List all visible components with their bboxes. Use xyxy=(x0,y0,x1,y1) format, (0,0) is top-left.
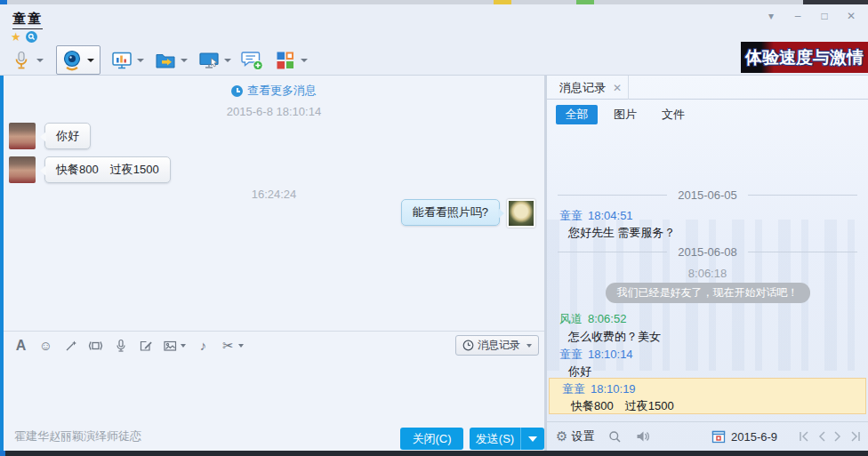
send-image-button[interactable] xyxy=(163,338,178,353)
clipped-bottom-window-strip xyxy=(0,451,868,456)
history-date-separator: 2015-06-08 xyxy=(547,245,868,259)
outgoing-bubble[interactable]: 能看看照片吗? xyxy=(401,199,500,226)
history-panel-tab[interactable]: 消息记录 ✕ xyxy=(547,76,629,100)
favorite-star-icon[interactable]: ★ xyxy=(11,31,21,43)
chat-toolbar xyxy=(0,44,741,76)
composer-toolbar: A ☺ xyxy=(4,331,544,359)
filter-tab-files[interactable]: 文件 xyxy=(657,105,689,124)
voice-call-button[interactable] xyxy=(9,48,44,72)
history-message-text[interactable]: 您好先生 需要服务？ xyxy=(568,225,676,241)
video-call-dropdown[interactable] xyxy=(87,59,94,62)
self-avatar[interactable] xyxy=(507,199,535,228)
history-time-separator: 8:06:18 xyxy=(547,267,868,280)
close-chat-button[interactable]: 关闭(C) xyxy=(400,428,463,450)
remote-desktop-button[interactable] xyxy=(197,48,231,72)
next-page-icon[interactable] xyxy=(833,431,842,442)
history-date-picker[interactable]: 2015-6-9 xyxy=(711,429,777,444)
highlighted-history-entry[interactable]: 童童18:10:19 快餐800 过夜1500 xyxy=(549,378,866,414)
first-page-icon[interactable] xyxy=(799,431,810,442)
screenshot-dropdown[interactable] xyxy=(238,344,244,348)
incoming-message-row: 你好 xyxy=(9,123,91,149)
apps-dropdown[interactable] xyxy=(301,59,308,62)
minimize-button[interactable]: – xyxy=(790,10,806,22)
history-message-text: 快餐800 过夜1500 xyxy=(571,398,674,414)
screenshot-scissors-button[interactable]: ✂ xyxy=(221,338,236,353)
contact-badges: ★ xyxy=(11,31,37,43)
video-call-button[interactable] xyxy=(56,45,100,75)
music-button[interactable]: ♪ xyxy=(196,338,211,353)
history-message-header[interactable]: 风道8:06:52 xyxy=(559,311,626,327)
clock-icon xyxy=(462,340,474,351)
history-button-label: 消息记录 xyxy=(478,338,520,353)
ad-banner[interactable]: 体验速度与激情 xyxy=(741,42,868,73)
settings-label[interactable]: 设置 xyxy=(571,428,594,444)
contact-avatar[interactable] xyxy=(9,123,36,149)
history-message-header[interactable]: 童童18:04:51 xyxy=(559,208,633,224)
speaker-icon[interactable] xyxy=(636,430,650,443)
compose-note-button[interactable] xyxy=(138,338,153,353)
panel-tab-bar: 消息记录 ✕ xyxy=(547,76,868,100)
send-button[interactable]: 发送(S) xyxy=(470,428,520,450)
prev-page-icon[interactable] xyxy=(817,431,826,442)
screen-demo-button[interactable] xyxy=(109,48,144,72)
webcam-icon xyxy=(60,48,84,72)
sender-name: 童童 xyxy=(559,209,583,222)
voice-call-dropdown[interactable] xyxy=(36,59,44,62)
magic-wand-button[interactable] xyxy=(63,338,78,353)
message-plus-icon xyxy=(240,48,264,72)
gear-icon[interactable]: ⚙ xyxy=(556,428,567,444)
history-message-text[interactable]: 怎么收费的？美女 xyxy=(568,329,661,345)
contact-name-title[interactable]: 童童 xyxy=(12,11,43,29)
filter-tab-images[interactable]: 图片 xyxy=(609,105,641,124)
history-date: 2015-06-08 xyxy=(678,245,737,259)
window-shake-button[interactable] xyxy=(88,338,103,353)
history-message-header[interactable]: 童童18:10:14 xyxy=(559,347,633,363)
screen-demo-dropdown[interactable] xyxy=(137,59,144,62)
message-time: 18:10:19 xyxy=(591,382,636,396)
contact-avatar[interactable] xyxy=(9,156,36,183)
qq-level-icon[interactable] xyxy=(26,31,37,43)
history-panel-footer: ⚙ 设置 2015-6-9 xyxy=(547,421,868,451)
screen-chart-icon xyxy=(109,48,133,72)
search-history-icon[interactable] xyxy=(608,430,622,444)
sender-name: 童童 xyxy=(562,382,585,396)
outgoing-message-row: 能看看照片吗? xyxy=(401,199,535,228)
voice-message-button[interactable] xyxy=(113,338,128,353)
incoming-bubble[interactable]: 你好 xyxy=(44,123,91,149)
calendar-icon xyxy=(711,429,726,444)
window-menu-button[interactable]: ▾ xyxy=(763,10,779,22)
load-more-label: 查看更多消息 xyxy=(247,83,317,99)
remote-desktop-dropdown[interactable] xyxy=(224,59,231,62)
history-message-header: 童童18:10:19 xyxy=(562,381,636,397)
message-history-button[interactable]: 消息记录 xyxy=(455,335,539,356)
message-date-header: 2015-6-8 18:10:14 xyxy=(4,105,544,118)
history-date-separator: 2015-06-05 xyxy=(547,188,868,202)
last-page-icon[interactable] xyxy=(849,431,861,442)
panel-close-icon[interactable]: ✕ xyxy=(613,82,622,94)
history-button-dropdown[interactable] xyxy=(526,344,532,348)
sender-name: 童童 xyxy=(559,348,583,361)
create-chat-button[interactable] xyxy=(240,48,264,72)
message-input[interactable] xyxy=(4,360,544,418)
ad-banner-text: 体验速度与激情 xyxy=(745,46,864,69)
history-filters: 全部 图片 文件 xyxy=(547,105,868,126)
close-window-button[interactable]: ✕ xyxy=(843,10,859,22)
chat-message-area: 查看更多消息 2015-6-8 18:10:14 你好 快餐800 过夜1500… xyxy=(4,76,544,451)
file-transfer-button[interactable] xyxy=(153,48,188,72)
load-more-messages-link[interactable]: 查看更多消息 xyxy=(4,83,544,99)
history-entries: 2015-06-05 童童18:04:51 您好先生 需要服务？ 2015-06… xyxy=(547,126,868,393)
remote-desktop-icon xyxy=(197,48,221,72)
apps-grid-icon xyxy=(273,48,297,72)
font-style-button[interactable]: A xyxy=(13,338,28,353)
filter-tab-all[interactable]: 全部 xyxy=(556,105,598,124)
emoticon-button[interactable]: ☺ xyxy=(38,338,53,353)
message-time: 18:04:51 xyxy=(588,209,633,222)
maximize-button[interactable]: □ xyxy=(816,10,832,22)
send-image-dropdown[interactable] xyxy=(181,344,186,348)
incoming-bubble[interactable]: 快餐800 过夜1500 xyxy=(44,156,171,183)
send-options-dropdown[interactable] xyxy=(520,428,544,450)
apps-button[interactable] xyxy=(273,48,308,72)
news-ticker[interactable]: 霍建华赵丽颖演绎师徒恋 xyxy=(14,428,141,444)
qq-chat-window: 童童 ★ ▾ – □ ✕ 体验速度与激情 xyxy=(0,0,868,456)
file-transfer-dropdown[interactable] xyxy=(181,59,188,62)
